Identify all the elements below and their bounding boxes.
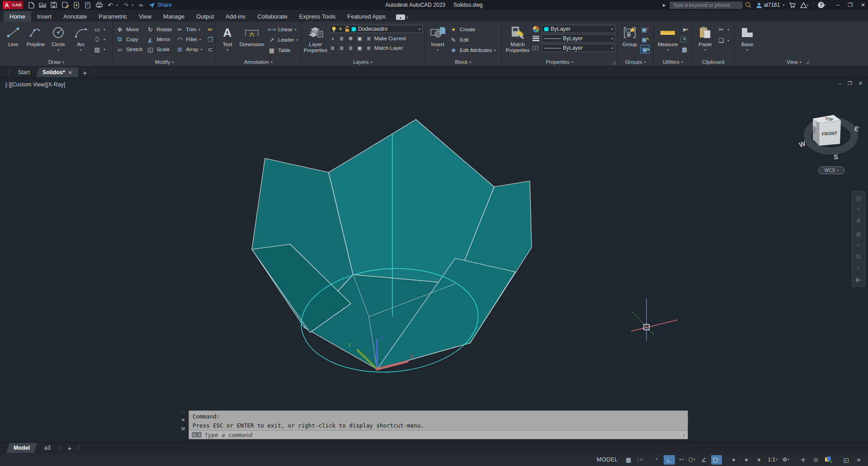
graphics-performance-badge[interactable]: ✓ <box>823 455 834 465</box>
navigation-wheel-icon[interactable]: ◎ <box>855 194 861 202</box>
open-web-mobile-icon[interactable] <box>84 1 91 9</box>
doc-tab-start[interactable]: Start <box>11 67 36 77</box>
model-space[interactable]: Z Y X W S E TOP FRONT LEFT <box>0 78 868 442</box>
autodesk-apps-icon[interactable]: ▾ <box>800 2 808 8</box>
scale-button[interactable]: ◱Scale <box>146 45 172 54</box>
isometric-drafting-toggle[interactable]: ⬡▾ <box>687 455 697 465</box>
layer-freeze-button[interactable]: ❆ <box>347 36 354 42</box>
orbit-icon[interactable]: ↻ <box>856 253 862 261</box>
ribbon-minimize-button[interactable]: ▴ ▾ <box>396 14 408 20</box>
annotation-monitor-button[interactable]: ✛ <box>797 455 809 465</box>
join-button[interactable]: ⊂ <box>206 45 214 54</box>
panel-label-view[interactable]: View▾◿ <box>734 58 868 66</box>
polar-tracking-toggle[interactable]: ◔▾ <box>676 455 685 465</box>
pan-icon[interactable]: ✛ <box>856 217 862 225</box>
search-input[interactable] <box>670 2 742 9</box>
hatch-button[interactable]: ▨▾ <box>93 45 105 54</box>
workspace-switching-button[interactable]: ⚙▾ <box>781 455 791 465</box>
command-customize-icon[interactable]: ⚒ <box>181 426 185 432</box>
user-caret-icon[interactable]: ▾ <box>783 3 784 7</box>
arc-button[interactable]: Arc ▾ <box>71 24 91 52</box>
panel-label-modify[interactable]: Modify▾ <box>113 58 216 66</box>
fillet-button[interactable]: ◠Fillet▾ <box>175 35 203 44</box>
circle-button[interactable]: Circle ▾ <box>48 24 69 52</box>
zoom-extents-icon[interactable]: ⊕ <box>856 230 862 238</box>
dodecahedron-solid[interactable] <box>252 119 532 369</box>
array-button[interactable]: ⊞Array▾ <box>175 45 203 54</box>
ribbon-tab-addins[interactable]: Add-ins <box>220 11 251 22</box>
group-edit-button[interactable]: ▣✎ <box>640 35 650 44</box>
ribbon-tab-insert[interactable]: Insert <box>31 11 58 22</box>
object-color-dropdown[interactable]: ByLayer ▾ <box>542 25 615 33</box>
ribbon-tab-featured-apps[interactable]: Featured Apps <box>341 11 392 22</box>
close-button[interactable]: ✕ <box>861 2 865 8</box>
explode-button[interactable]: ❐ <box>206 35 214 44</box>
base-button[interactable]: Base ▾ <box>737 24 758 52</box>
object-snap-toggle[interactable]: ▢▾ <box>711 455 722 465</box>
user-account-button[interactable]: al7161 <box>756 2 780 8</box>
table-button[interactable]: ▦Table <box>268 46 298 55</box>
command-window[interactable]: Command: Press ESC or ENTER to exit, or … <box>189 410 688 439</box>
panel-label-draw[interactable]: Draw▾ <box>0 58 113 66</box>
annotation-scale-value[interactable]: 1:1▾ <box>766 455 779 465</box>
ortho-toggle[interactable]: ∟ <box>664 455 675 465</box>
polyline-button[interactable]: Polyline <box>25 24 46 48</box>
lineweight-dropdown[interactable]: ByLayer ▾ <box>542 34 615 43</box>
measure-button[interactable]: Measure ▾ <box>656 24 679 52</box>
command-prompt-icon[interactable]: >_▾ <box>192 432 202 437</box>
line-button[interactable]: Line <box>3 24 24 48</box>
quick-select-button[interactable]: ➤✦ <box>680 25 689 34</box>
layout-tab-a3[interactable]: a3 <box>37 443 58 453</box>
doc-tab-close-icon[interactable]: ✕ <box>68 70 72 75</box>
viewcube-south[interactable]: S <box>834 153 838 161</box>
new-drawing-button[interactable]: + <box>78 68 91 77</box>
ribbon-tab-parametric[interactable]: Parametric <box>93 11 133 22</box>
paste-button[interactable]: Paste ▾ <box>695 24 715 52</box>
rectangle-button[interactable]: ▭▾ <box>93 25 105 34</box>
undo-caret-icon[interactable]: ▾ <box>116 3 118 7</box>
model-space-toggle[interactable]: MODEL <box>597 456 618 463</box>
showmotion-icon[interactable]: ▶ <box>856 276 861 284</box>
mirror-button[interactable]: ◭Mirror <box>146 35 172 44</box>
new-file-icon[interactable] <box>28 1 35 9</box>
linear-button[interactable]: ⟷Linear▾ <box>268 25 298 34</box>
clean-screen-button[interactable]: ◱ <box>840 455 852 465</box>
share-button[interactable]: Share <box>148 2 172 8</box>
redo-icon[interactable]: ↷ <box>122 1 129 9</box>
expand-caret-icon[interactable]: ▸ <box>663 2 665 8</box>
properties-launcher-icon[interactable]: ◿ <box>612 60 615 65</box>
snap-toggle[interactable]: ∷▾ <box>636 455 645 465</box>
autocad-logo[interactable]: A CAD <box>3 1 23 9</box>
command-grip-handle[interactable]: ∷∷ <box>181 410 186 414</box>
layer-lock-button[interactable]: ▣ <box>356 36 363 42</box>
command-close-icon[interactable]: ✕ <box>181 417 185 423</box>
copy-clip-button[interactable]: ❏▾ <box>717 36 729 45</box>
help-button[interactable]: ?▾ <box>818 2 826 8</box>
customization-menu-button[interactable]: ≡ <box>853 455 864 465</box>
layer-unlock-button[interactable]: ▣ <box>356 45 363 51</box>
save-icon[interactable] <box>50 1 57 9</box>
edit-attributes-button[interactable]: ❖Edit Attributes▾ <box>449 46 496 55</box>
insert-button[interactable]: Insert ▾ <box>428 24 448 52</box>
search-icon[interactable] <box>745 2 751 8</box>
ellipse-button[interactable]: ⬯▾ <box>93 35 105 44</box>
rotate-button[interactable]: ↻Rotate <box>146 25 172 34</box>
ribbon-tab-home[interactable]: Home <box>4 11 31 22</box>
layer-isolate-button[interactable]: ≣ <box>338 36 345 42</box>
panel-label-block[interactable]: Block▾ <box>425 58 501 66</box>
panel-label-clipboard[interactable]: Clipboard <box>693 58 734 66</box>
panel-label-annotation[interactable]: Annotation▾ <box>216 58 301 66</box>
command-input-placeholder[interactable]: Type a command <box>204 432 252 438</box>
annotation-autoscale-toggle[interactable]: ⚹ <box>741 455 752 465</box>
layer-unisolate-button[interactable]: ≣ <box>338 45 345 51</box>
minimize-button[interactable]: – <box>836 2 840 8</box>
match-properties-button[interactable]: MatchProperties <box>505 24 531 53</box>
arc-caret-icon[interactable]: ▾ <box>80 48 82 52</box>
open-folder-icon[interactable] <box>39 1 46 9</box>
command-input-row[interactable]: >_▾ Type a command ▴ <box>189 431 688 439</box>
ribbon-tab-output[interactable]: Output <box>190 11 220 22</box>
plot-icon[interactable] <box>95 1 103 9</box>
doc-tab-solidos[interactable]: Solidos* ✕ <box>36 67 78 77</box>
panel-label-utilities[interactable]: Utilities▾ <box>654 58 692 66</box>
cut-button[interactable]: ✂▾ <box>717 25 729 34</box>
